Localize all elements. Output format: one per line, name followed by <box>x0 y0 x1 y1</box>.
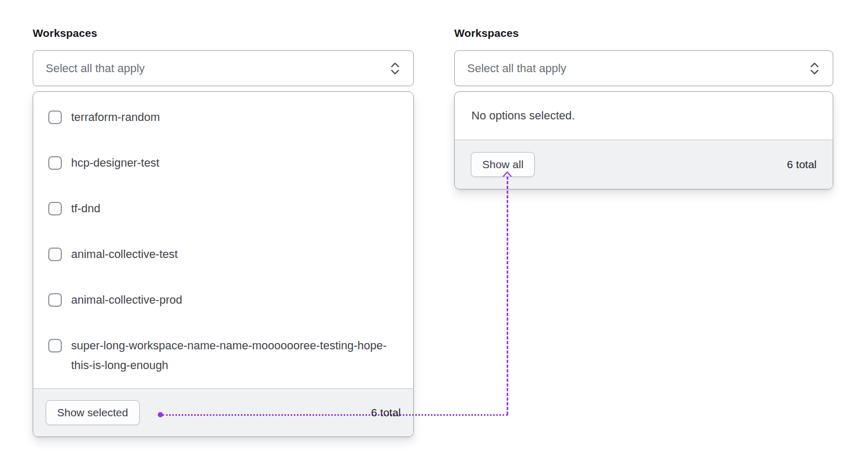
option-checkbox[interactable] <box>48 111 62 124</box>
empty-state-text: No options selected. <box>455 92 833 140</box>
option-label: tf-dnd <box>71 199 100 219</box>
option-row[interactable]: animal-collective-prod <box>48 277 401 323</box>
option-row[interactable]: hcp-designer-test <box>48 140 401 186</box>
option-row[interactable]: terraform-random <box>48 94 401 140</box>
annotation-connector-line <box>162 414 508 416</box>
option-checkbox[interactable] <box>48 202 62 215</box>
dropdown-footer: Show all 6 total <box>455 140 833 189</box>
options-listbox: terraform-random hcp-designer-test tf-dn… <box>33 92 413 388</box>
caret-sort-icon <box>809 61 820 76</box>
option-row[interactable]: tf-dnd <box>48 186 401 232</box>
multiselect-trigger[interactable]: Select all that apply <box>33 50 414 86</box>
option-label: hcp-designer-test <box>71 153 159 173</box>
option-checkbox[interactable] <box>48 339 62 352</box>
options-dropdown: terraform-random hcp-designer-test tf-dn… <box>33 91 414 437</box>
option-label: terraform-random <box>71 107 160 127</box>
trigger-placeholder: Select all that apply <box>467 62 566 75</box>
annotation-connector-line <box>507 176 508 415</box>
show-selected-button[interactable]: Show selected <box>46 400 140 425</box>
total-count: 6 total <box>371 406 401 419</box>
workspaces-multiselect-empty: Workspaces Select all that apply No opti… <box>454 26 833 189</box>
option-checkbox[interactable] <box>48 248 62 261</box>
workspaces-multiselect-expanded: Workspaces Select all that apply terrafo… <box>33 26 414 437</box>
option-checkbox[interactable] <box>48 156 62 170</box>
arrow-up-icon <box>503 171 512 178</box>
multiselect-trigger[interactable]: Select all that apply <box>454 50 833 86</box>
trigger-placeholder: Select all that apply <box>46 62 145 75</box>
option-label: super-long-workspace-name-name-moooooore… <box>71 336 401 375</box>
option-row[interactable]: animal-collective-test <box>48 232 401 277</box>
page: Workspaces Select all that apply terrafo… <box>0 0 868 463</box>
field-label: Workspaces <box>33 26 414 40</box>
option-row[interactable]: super-long-workspace-name-name-moooooore… <box>48 323 401 388</box>
dropdown-footer: Show selected 6 total <box>33 388 413 437</box>
option-label: animal-collective-prod <box>71 290 182 310</box>
option-checkbox[interactable] <box>48 293 62 307</box>
option-label: animal-collective-test <box>71 244 178 264</box>
caret-sort-icon <box>389 61 401 76</box>
field-label: Workspaces <box>454 26 833 40</box>
total-count: 6 total <box>787 158 817 171</box>
